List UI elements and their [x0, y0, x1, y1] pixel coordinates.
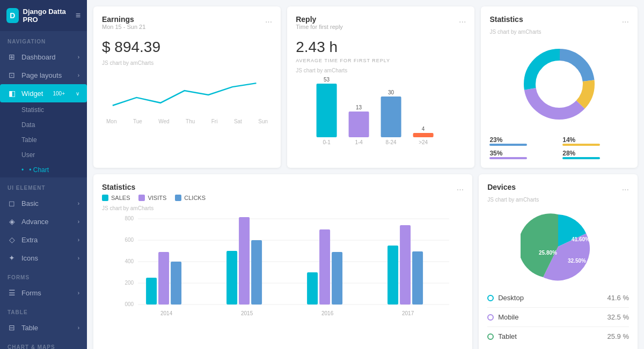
svg-text:200: 200: [125, 280, 134, 286]
statistics-bar-card: Statistics ... SALES VISITS CLICKS JS ch…: [93, 174, 472, 349]
earnings-title: Earnings: [102, 15, 145, 24]
sidebar-item-extra[interactable]: ◇ Extra ›: [0, 231, 87, 249]
statistics-donut-header: Statistics ...: [489, 15, 629, 25]
sidebar: D Django Datta PRO ≡ NAVIGATION ⊞ Dashbo…: [0, 0, 87, 349]
widget-icon: ◧: [8, 89, 16, 98]
sidebar-item-page-layouts[interactable]: ⊡ Page layouts ›: [0, 66, 87, 84]
app-logo-icon: D: [6, 8, 19, 23]
main-content: Earnings Mon 15 - Sun 21 ... $ 894.39 JS…: [87, 0, 644, 349]
hamburger-icon[interactable]: ≡: [76, 11, 80, 20]
statistics-bar-menu-button[interactable]: ...: [457, 183, 464, 192]
svg-rect-30: [226, 251, 237, 305]
chevron-right-icon: ›: [78, 219, 79, 225]
devices-title: Devices: [487, 183, 516, 191]
sidebar-item-forms[interactable]: ☰ Forms ›: [0, 284, 87, 302]
submenu-chart[interactable]: • Chart: [0, 162, 87, 177]
advance-icon: ◈: [8, 217, 16, 226]
nav-section-label: NAVIGATION: [0, 31, 87, 48]
icons-icon: ✦: [8, 254, 16, 262]
submenu-user[interactable]: User: [0, 147, 87, 162]
legend-clicks: CLICKS: [175, 195, 206, 201]
device-row-desktop: Desktop 41.6 %: [487, 288, 629, 308]
earnings-card: Earnings Mon 15 - Sun 21 ... $ 894.39 JS…: [93, 6, 281, 168]
svg-rect-2: [349, 112, 369, 137]
svg-text:400: 400: [125, 258, 134, 264]
svg-text:41.60%: 41.60%: [572, 236, 590, 242]
statistics-bar-header: Statistics ...: [102, 183, 464, 192]
legend-item-2: 14%: [562, 136, 629, 146]
svg-rect-38: [387, 246, 398, 305]
earnings-menu-button[interactable]: ...: [265, 15, 272, 25]
chevron-right-icon: ›: [78, 54, 79, 60]
reply-card: Reply Time for first reply ... 2.43 h AV…: [287, 6, 474, 168]
submenu-data[interactable]: Data: [0, 117, 87, 132]
reply-value: 2.43 h: [296, 39, 466, 56]
reply-chart-label: JS chart by amCharts: [296, 68, 466, 73]
sidebar-item-dashboard[interactable]: ⊞ Dashboard ›: [0, 48, 87, 66]
tablet-pct: 25.9 %: [608, 332, 629, 340]
sidebar-item-label: Forms: [21, 289, 72, 297]
statistics-donut-title: Statistics: [489, 15, 523, 24]
layouts-icon: ⊡: [8, 71, 16, 79]
svg-text:13: 13: [356, 105, 362, 110]
reply-avg-label: AVERAGE TIME FOR FIRST REPLY: [296, 58, 466, 63]
sidebar-item-table[interactable]: ⊟ Table ›: [0, 318, 87, 337]
statistics-bar-chart-label: JS chart by amCharts: [102, 205, 464, 211]
chevron-down-icon: ∨: [76, 91, 79, 96]
statistics-donut-menu-button[interactable]: ...: [622, 15, 629, 25]
desktop-pct: 41.6 %: [608, 294, 629, 302]
desktop-label: Desktop: [498, 294, 524, 302]
sidebar-item-widget[interactable]: ◧ Widget 100+ ∨: [0, 84, 87, 102]
svg-rect-32: [251, 240, 262, 305]
svg-text:1-4: 1-4: [355, 139, 363, 145]
sidebar-logo: D Django Datta PRO ≡: [0, 0, 87, 31]
svg-rect-36: [332, 252, 342, 305]
sidebar-item-basic[interactable]: ◻ Basic ›: [0, 194, 87, 212]
svg-text:2015: 2015: [241, 310, 253, 316]
desktop-circle: [487, 295, 494, 301]
tablet-circle: [487, 333, 494, 340]
earnings-line-chart: [102, 68, 272, 116]
svg-rect-26: [146, 278, 157, 305]
reply-title: Reply: [296, 15, 343, 24]
earnings-x-axis: Mon Tue Wed Thu Fri Sat Sun: [102, 116, 272, 124]
forms-section-label: FORMS: [0, 267, 87, 284]
ui-element-section-label: UI ELEMENT: [0, 177, 87, 194]
svg-text:2014: 2014: [160, 310, 173, 316]
sales-dot: [102, 195, 108, 201]
devices-chart-label: JS chart by amCharts: [487, 197, 629, 203]
device-row-mobile: Mobile 32.5 %: [487, 308, 629, 327]
donut-chart-wrapper: [489, 37, 629, 131]
sidebar-item-advance[interactable]: ◈ Advance ›: [0, 212, 87, 231]
svg-rect-27: [158, 252, 169, 305]
top-cards-row: Earnings Mon 15 - Sun 21 ... $ 894.39 JS…: [93, 6, 638, 168]
app-name: Django Datta PRO: [23, 8, 71, 24]
chart-maps-section-label: CHART & MAPS: [0, 337, 87, 349]
legend-item-4: 28%: [562, 149, 629, 159]
svg-text:000: 000: [125, 301, 134, 307]
chevron-right-icon: ›: [78, 325, 79, 331]
svg-text:8-24: 8-24: [386, 139, 397, 145]
svg-text:30: 30: [388, 90, 394, 95]
mobile-circle: [487, 314, 494, 321]
sidebar-item-label: Table: [21, 324, 72, 332]
basic-icon: ◻: [8, 199, 16, 207]
dashboard-icon: ⊞: [8, 53, 16, 61]
table-icon: ⊟: [8, 323, 16, 332]
svg-text:>24: >24: [419, 139, 428, 145]
svg-text:600: 600: [125, 237, 134, 243]
reply-menu-button[interactable]: ...: [459, 15, 466, 25]
submenu-statistic[interactable]: Statistic: [0, 102, 87, 117]
reply-card-header: Reply Time for first reply ...: [296, 15, 466, 34]
sidebar-item-label: Basic: [21, 199, 72, 207]
widget-badge: 100+: [49, 90, 68, 97]
devices-menu-button[interactable]: ...: [622, 183, 629, 192]
chevron-right-icon: ›: [78, 290, 79, 296]
earnings-card-header: Earnings Mon 15 - Sun 21 ...: [102, 15, 272, 34]
submenu-table[interactable]: Table: [0, 132, 87, 147]
visits-dot: [138, 195, 145, 201]
mobile-pct: 32.5 %: [608, 313, 629, 321]
legend-sales: SALES: [102, 195, 130, 201]
svg-text:2017: 2017: [402, 310, 414, 316]
sidebar-item-icons[interactable]: ✦ Icons ›: [0, 249, 87, 267]
